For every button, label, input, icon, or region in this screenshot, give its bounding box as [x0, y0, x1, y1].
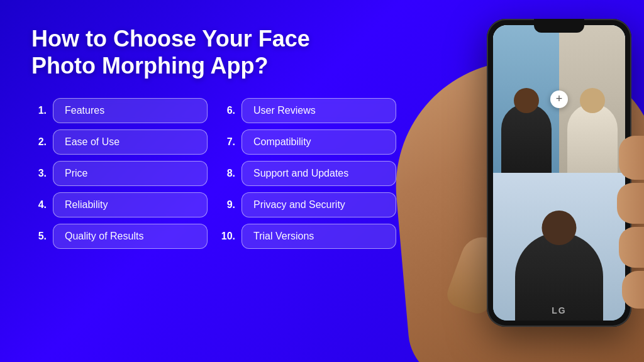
item-number: 1. — [31, 105, 47, 116]
right-list-item: 6. User Reviews — [220, 98, 396, 123]
item-label: Price — [65, 168, 87, 178]
finger-1 — [619, 136, 644, 180]
left-list: 1. Features 2. Ease of Use 3. Price 4. R… — [31, 98, 208, 343]
phone-brand-logo: LG — [552, 305, 566, 315]
finger-3 — [619, 227, 644, 268]
item-label: Compatibility — [253, 136, 311, 147]
item-box: Features — [53, 98, 208, 123]
item-label: Features — [65, 105, 104, 116]
right-list-item: 9. Privacy and Security — [220, 192, 396, 217]
person-dark-silhouette — [501, 104, 552, 173]
item-label: Quality of Results — [65, 231, 143, 241]
item-label: Reliability — [65, 199, 108, 210]
finger-2 — [617, 183, 644, 224]
item-label: Ease of Use — [65, 136, 119, 147]
item-box: Trial Versions — [242, 224, 396, 249]
item-box: User Reviews — [242, 98, 396, 123]
finger-4 — [622, 271, 644, 309]
plus-icon: + — [550, 90, 568, 108]
right-list-item: 7. Compatibility — [220, 129, 396, 155]
phone-notch — [534, 19, 584, 33]
item-number: 5. — [31, 231, 47, 242]
item-label: Support and Updates — [253, 168, 348, 178]
item-number: 8. — [220, 168, 235, 179]
page-title: How to Choose Your Face Photo Morphing A… — [31, 25, 396, 79]
item-label: User Reviews — [253, 105, 316, 116]
item-number: 4. — [31, 199, 47, 211]
right-list: 6. User Reviews 7. Compatibility 8. Supp… — [220, 98, 396, 343]
item-number: 6. — [220, 105, 235, 116]
item-box: Privacy and Security — [242, 192, 396, 217]
item-box: Support and Updates — [242, 161, 396, 186]
item-number: 3. — [31, 168, 47, 179]
item-box: Reliability — [53, 192, 208, 217]
left-list-item: 4. Reliability — [31, 192, 208, 217]
item-label: Privacy and Security — [253, 199, 345, 210]
left-list-item: 1. Features — [31, 98, 208, 123]
lists-container: 1. Features 2. Ease of Use 3. Price 4. R… — [31, 98, 396, 343]
person-left-panel — [493, 25, 559, 173]
content-area: How to Choose Your Face Photo Morphing A… — [0, 0, 415, 362]
item-box: Price — [53, 161, 208, 186]
hand-fingers — [603, 136, 644, 324]
left-list-item: 2. Ease of Use — [31, 129, 208, 155]
left-list-item: 5. Quality of Results — [31, 224, 208, 249]
left-list-item: 3. Price — [31, 161, 208, 186]
item-number: 10. — [220, 231, 235, 242]
right-list-item: 10. Trial Versions — [220, 224, 396, 249]
item-box: Compatibility — [242, 129, 396, 155]
right-list-item: 8. Support and Updates — [220, 161, 396, 186]
item-box: Quality of Results — [53, 224, 208, 249]
item-number: 7. — [220, 136, 235, 148]
item-label: Trial Versions — [253, 231, 314, 241]
item-number: 9. — [220, 199, 235, 211]
item-box: Ease of Use — [53, 129, 208, 155]
phone-area: + LG — [399, 13, 644, 362]
item-number: 2. — [31, 136, 47, 148]
